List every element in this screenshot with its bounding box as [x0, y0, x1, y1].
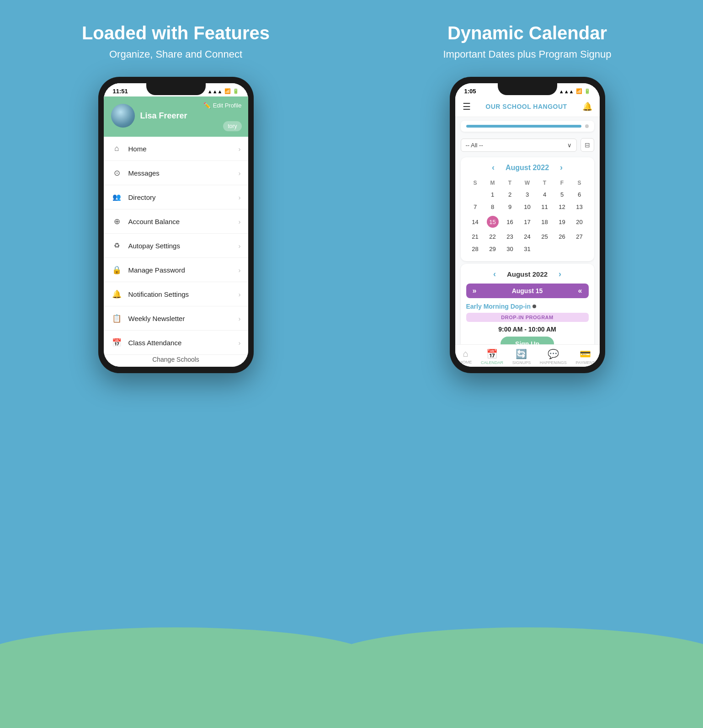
menu-autopay-label: Autopay Settings: [128, 242, 239, 250]
progress-bar: [466, 125, 581, 128]
left-phone-screen: 11:51 ▲▲▲ 📶 🔋 Lisa Freerer: [104, 83, 248, 367]
weekday-sat: S: [571, 178, 588, 188]
menu-newsletter-label: Weekly Newsletter: [128, 315, 239, 322]
filter-icon-button[interactable]: ⊟: [581, 138, 594, 152]
messages-icon: ⊙: [111, 167, 123, 179]
menu-item-directory[interactable]: 👥 Directory ›: [104, 185, 248, 209]
calendar-month: August 2022: [506, 164, 549, 172]
calendar-card: ‹ August 2022 › S M T W T F: [461, 157, 594, 261]
menu-notifications-label: Notification Settings: [128, 290, 239, 298]
profile-info: Lisa Freerer: [140, 111, 241, 121]
happenings-tab-icon: 💬: [548, 348, 559, 359]
calendar-header: ‹ August 2022 ›: [466, 163, 589, 172]
signal-icon: ▲▲▲: [208, 89, 223, 94]
class-attendance-icon: 📅: [111, 337, 123, 348]
payment-tab-icon: 💳: [580, 348, 591, 359]
calendar-tab-icon: 📅: [486, 348, 498, 359]
tab-home[interactable]: ⌂ HOME: [459, 348, 472, 365]
newsletter-icon: 📋: [111, 312, 123, 324]
cal-week-3: 14 15 16 17 18 19 20: [467, 214, 588, 230]
chevron-icon: ›: [239, 145, 241, 153]
event-next-button[interactable]: ›: [559, 269, 561, 279]
history-label: tory: [228, 123, 237, 129]
cal-prev-button[interactable]: ‹: [492, 163, 495, 172]
status-time-left: 11:51: [113, 88, 128, 95]
right-subtitle: Important Dates plus Program Signup: [443, 48, 611, 60]
menu-messages-label: Messages: [128, 169, 239, 177]
filter-row: -- All -- ∨ ⊟: [455, 135, 600, 155]
event-prev-button[interactable]: ‹: [493, 269, 496, 279]
menu-item-newsletter[interactable]: 📋 Weekly Newsletter ›: [104, 306, 248, 331]
edit-icon: ✏️: [203, 102, 211, 109]
notification-icon: 🔔: [111, 288, 123, 300]
cal-week-5: 28 29 30 31: [467, 243, 588, 255]
battery-icon: 🔋: [233, 88, 239, 94]
calendar-grid: S M T W T F S 1: [466, 177, 589, 256]
tab-happenings[interactable]: 💬 HAPPENINGS: [540, 348, 567, 365]
menu-directory-label: Directory: [128, 193, 239, 201]
today-indicator: 15: [487, 216, 499, 228]
filter-placeholder: -- All --: [466, 142, 483, 149]
signal-icon-r: ▲▲▲: [559, 89, 574, 94]
menu-item-class-attendance[interactable]: 📅 Class Attendance ›: [104, 331, 248, 355]
status-icons-right: ▲▲▲ 📶 🔋: [559, 88, 591, 94]
home-tab-icon: ⌂: [463, 348, 469, 359]
chevron-icon-4: ›: [239, 218, 241, 225]
event-month: August 2022: [507, 270, 548, 278]
signups-tab-label: SIGNUPS: [512, 360, 531, 365]
event-dot: [533, 305, 536, 308]
left-phone: 11:51 ▲▲▲ 📶 🔋 Lisa Freerer: [98, 77, 254, 373]
autopay-icon: ♻: [111, 240, 123, 252]
event-type-pill: DROP-IN PROGRAM: [466, 313, 589, 322]
filter-select[interactable]: -- All -- ∨: [461, 139, 577, 152]
tab-calendar[interactable]: 📅 CALENDAR: [481, 348, 503, 365]
left-panel: Loaded with Features Organize, Share and…: [0, 0, 352, 728]
event-name: Early Morning Dop-in: [466, 303, 531, 310]
event-next-arrows[interactable]: «: [578, 287, 582, 295]
profile-name: Lisa Freerer: [140, 111, 241, 121]
left-title: Loaded with Features: [82, 22, 270, 44]
left-screen-content: 11:51 ▲▲▲ 📶 🔋 Lisa Freerer: [104, 83, 248, 367]
status-time-right: 1:05: [464, 88, 476, 95]
event-title: Early Morning Dop-in: [466, 303, 589, 310]
account-balance-icon: ⊕: [111, 215, 123, 227]
menu-item-manage-password[interactable]: 🔒 Manage Password ›: [104, 258, 248, 282]
app-title: OUR SCHOOL HANGOUT: [485, 103, 567, 110]
weekday-mon: M: [485, 178, 501, 188]
menu-password-label: Manage Password: [128, 266, 239, 274]
menu-list: ⌂ Home › ⊙ Messages › 👥 Directory ›: [104, 137, 248, 366]
tab-signups[interactable]: 🔄 SIGNUPS: [512, 348, 531, 365]
event-card: ‹ August 2022 › » August 15 « Early Morn…: [461, 264, 594, 357]
right-phone: 1:05 ▲▲▲ 📶 🔋 ☰ OUR SCHOOL HANGOUT 🔔: [450, 77, 605, 373]
status-bar-right: 1:05 ▲▲▲ 📶 🔋: [455, 83, 600, 96]
right-phone-screen: 1:05 ▲▲▲ 📶 🔋 ☰ OUR SCHOOL HANGOUT 🔔: [455, 83, 600, 367]
menu-item-account-balance[interactable]: ⊕ Account Balance ›: [104, 209, 248, 234]
weekday-wed: W: [519, 178, 536, 188]
chevron-icon-6: ›: [239, 266, 241, 274]
left-subtitle: Organize, Share and Connect: [109, 48, 242, 60]
search-bar[interactable]: [461, 121, 594, 132]
menu-item-notifications[interactable]: 🔔 Notification Settings ›: [104, 282, 248, 306]
edit-profile-label: Edit Profile: [213, 102, 242, 109]
menu-home-label: Home: [128, 145, 239, 153]
cal-next-button[interactable]: ›: [560, 163, 563, 172]
cal-week-4: 21 22 23 24 25 26 27: [467, 231, 588, 242]
chevron-icon-8: ›: [239, 315, 241, 322]
history-button[interactable]: tory: [223, 121, 241, 131]
tab-payment[interactable]: 💳 PAYMENT: [576, 348, 595, 365]
menu-item-messages[interactable]: ⊙ Messages ›: [104, 161, 248, 185]
chevron-icon-7: ›: [239, 290, 241, 298]
menu-item-autopay[interactable]: ♻ Autopay Settings ›: [104, 234, 248, 258]
change-schools-label[interactable]: Change Schools: [104, 355, 248, 366]
profile-section: Lisa Freerer ✏️ Edit Profile tory: [104, 96, 248, 137]
menu-item-home[interactable]: ⌂ Home ›: [104, 137, 248, 161]
wifi-icon-r: 📶: [576, 88, 582, 94]
directory-icon: 👥: [111, 191, 123, 203]
event-prev-arrows[interactable]: »: [473, 287, 477, 295]
manage-password-icon: 🔒: [111, 264, 123, 276]
hamburger-icon[interactable]: ☰: [463, 101, 471, 112]
bell-icon[interactable]: 🔔: [582, 102, 592, 112]
edit-profile-button[interactable]: ✏️ Edit Profile: [203, 102, 242, 109]
right-title: Dynamic Calendar: [447, 22, 607, 44]
menu-account-label: Account Balance: [128, 218, 239, 225]
